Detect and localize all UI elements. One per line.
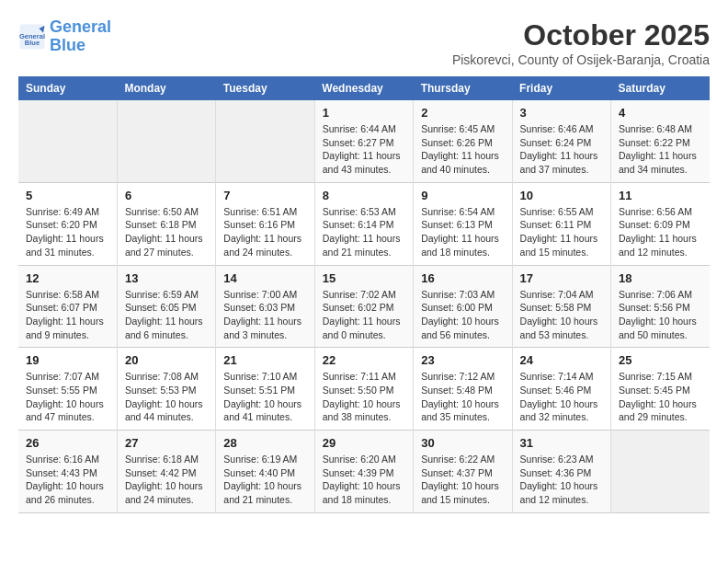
day-number: 10 bbox=[520, 189, 603, 202]
day-info: Sunrise: 6:53 AM Sunset: 6:14 PM Dayligh… bbox=[323, 205, 405, 259]
calendar-cell: 19Sunrise: 7:07 AM Sunset: 5:55 PM Dayli… bbox=[18, 348, 117, 431]
day-number: 31 bbox=[520, 436, 603, 450]
day-number: 3 bbox=[520, 106, 603, 120]
page-header: General Blue GeneralBlue October 2025 Pi… bbox=[18, 18, 710, 67]
day-info: Sunrise: 6:58 AM Sunset: 6:07 PM Dayligh… bbox=[26, 288, 109, 342]
weekday-header-saturday: Saturday bbox=[611, 76, 710, 100]
day-number: 13 bbox=[125, 271, 208, 285]
calendar-cell: 2Sunrise: 6:45 AM Sunset: 6:26 PM Daylig… bbox=[414, 100, 512, 182]
day-info: Sunrise: 7:10 AM Sunset: 5:51 PM Dayligh… bbox=[223, 370, 306, 424]
day-info: Sunrise: 7:11 AM Sunset: 5:50 PM Dayligh… bbox=[323, 370, 405, 424]
calendar-cell bbox=[611, 431, 710, 513]
day-number: 19 bbox=[26, 353, 109, 367]
weekday-header-row: SundayMondayTuesdayWednesdayThursdayFrid… bbox=[18, 76, 710, 100]
day-info: Sunrise: 6:59 AM Sunset: 6:05 PM Dayligh… bbox=[125, 288, 208, 342]
weekday-header-friday: Friday bbox=[512, 76, 610, 100]
logo-icon: General Blue bbox=[18, 23, 46, 51]
svg-text:Blue: Blue bbox=[25, 39, 40, 47]
calendar-cell: 16Sunrise: 7:03 AM Sunset: 6:00 PM Dayli… bbox=[414, 265, 512, 348]
day-info: Sunrise: 6:16 AM Sunset: 4:43 PM Dayligh… bbox=[26, 453, 109, 507]
day-info: Sunrise: 6:23 AM Sunset: 4:36 PM Dayligh… bbox=[520, 453, 603, 507]
day-number: 7 bbox=[223, 189, 306, 202]
day-info: Sunrise: 6:49 AM Sunset: 6:20 PM Dayligh… bbox=[26, 205, 109, 259]
calendar-cell: 18Sunrise: 7:06 AM Sunset: 5:56 PM Dayli… bbox=[611, 265, 710, 348]
calendar-cell bbox=[117, 100, 215, 182]
day-info: Sunrise: 6:46 AM Sunset: 6:24 PM Dayligh… bbox=[520, 122, 603, 177]
day-number: 27 bbox=[125, 436, 208, 450]
calendar-cell: 15Sunrise: 7:02 AM Sunset: 6:02 PM Dayli… bbox=[314, 265, 413, 348]
day-info: Sunrise: 6:55 AM Sunset: 6:11 PM Dayligh… bbox=[520, 205, 603, 259]
calendar-cell: 29Sunrise: 6:20 AM Sunset: 4:39 PM Dayli… bbox=[314, 431, 413, 513]
day-number: 26 bbox=[26, 436, 109, 450]
day-number: 28 bbox=[223, 436, 306, 450]
calendar-cell: 28Sunrise: 6:19 AM Sunset: 4:40 PM Dayli… bbox=[216, 431, 314, 513]
day-info: Sunrise: 6:51 AM Sunset: 6:16 PM Dayligh… bbox=[223, 205, 306, 259]
day-number: 5 bbox=[26, 189, 109, 202]
day-number: 15 bbox=[323, 271, 405, 285]
calendar-week-4: 19Sunrise: 7:07 AM Sunset: 5:55 PM Dayli… bbox=[18, 348, 710, 431]
day-number: 9 bbox=[421, 189, 504, 202]
calendar-cell: 10Sunrise: 6:55 AM Sunset: 6:11 PM Dayli… bbox=[512, 182, 610, 265]
calendar-cell: 22Sunrise: 7:11 AM Sunset: 5:50 PM Dayli… bbox=[314, 348, 413, 431]
calendar-week-1: 1Sunrise: 6:44 AM Sunset: 6:27 PM Daylig… bbox=[18, 100, 710, 182]
calendar-table: SundayMondayTuesdayWednesdayThursdayFrid… bbox=[18, 76, 710, 513]
day-info: Sunrise: 7:00 AM Sunset: 6:03 PM Dayligh… bbox=[223, 288, 306, 342]
weekday-header-wednesday: Wednesday bbox=[314, 76, 413, 100]
day-number: 21 bbox=[223, 353, 306, 367]
weekday-header-sunday: Sunday bbox=[18, 76, 117, 100]
calendar-week-5: 26Sunrise: 6:16 AM Sunset: 4:43 PM Dayli… bbox=[18, 431, 710, 513]
day-info: Sunrise: 6:44 AM Sunset: 6:27 PM Dayligh… bbox=[323, 122, 405, 177]
day-number: 25 bbox=[619, 353, 702, 367]
calendar-cell: 24Sunrise: 7:14 AM Sunset: 5:46 PM Dayli… bbox=[512, 348, 610, 431]
day-info: Sunrise: 6:20 AM Sunset: 4:39 PM Dayligh… bbox=[323, 453, 405, 507]
day-info: Sunrise: 7:03 AM Sunset: 6:00 PM Dayligh… bbox=[421, 288, 504, 342]
day-info: Sunrise: 7:06 AM Sunset: 5:56 PM Dayligh… bbox=[619, 288, 702, 342]
day-info: Sunrise: 6:45 AM Sunset: 6:26 PM Dayligh… bbox=[421, 122, 504, 177]
calendar-cell: 23Sunrise: 7:12 AM Sunset: 5:48 PM Dayli… bbox=[414, 348, 512, 431]
day-info: Sunrise: 7:12 AM Sunset: 5:48 PM Dayligh… bbox=[421, 370, 504, 424]
day-info: Sunrise: 6:56 AM Sunset: 6:09 PM Dayligh… bbox=[619, 205, 702, 259]
day-info: Sunrise: 7:14 AM Sunset: 5:46 PM Dayligh… bbox=[520, 370, 603, 424]
weekday-header-thursday: Thursday bbox=[414, 76, 512, 100]
day-info: Sunrise: 7:08 AM Sunset: 5:53 PM Dayligh… bbox=[125, 370, 208, 424]
weekday-header-tuesday: Tuesday bbox=[216, 76, 314, 100]
day-info: Sunrise: 7:07 AM Sunset: 5:55 PM Dayligh… bbox=[26, 370, 109, 424]
day-number: 2 bbox=[421, 106, 504, 120]
calendar-week-3: 12Sunrise: 6:58 AM Sunset: 6:07 PM Dayli… bbox=[18, 265, 710, 348]
calendar-cell: 17Sunrise: 7:04 AM Sunset: 5:58 PM Dayli… bbox=[512, 265, 610, 348]
day-info: Sunrise: 6:18 AM Sunset: 4:42 PM Dayligh… bbox=[125, 453, 208, 507]
day-number: 8 bbox=[323, 189, 405, 202]
calendar-cell: 27Sunrise: 6:18 AM Sunset: 4:42 PM Dayli… bbox=[117, 431, 215, 513]
logo: General Blue GeneralBlue bbox=[18, 18, 111, 55]
day-number: 29 bbox=[323, 436, 405, 450]
day-number: 30 bbox=[421, 436, 504, 450]
day-number: 22 bbox=[323, 353, 405, 367]
day-number: 20 bbox=[125, 353, 208, 367]
day-info: Sunrise: 7:15 AM Sunset: 5:45 PM Dayligh… bbox=[619, 370, 702, 424]
calendar-cell: 4Sunrise: 6:48 AM Sunset: 6:22 PM Daylig… bbox=[611, 100, 710, 182]
day-number: 11 bbox=[619, 189, 702, 202]
day-number: 18 bbox=[619, 271, 702, 285]
weekday-header-monday: Monday bbox=[117, 76, 215, 100]
calendar-cell: 3Sunrise: 6:46 AM Sunset: 6:24 PM Daylig… bbox=[512, 100, 610, 182]
calendar-cell bbox=[216, 100, 314, 182]
calendar-cell: 9Sunrise: 6:54 AM Sunset: 6:13 PM Daylig… bbox=[414, 182, 512, 265]
day-number: 12 bbox=[26, 271, 109, 285]
calendar-cell: 12Sunrise: 6:58 AM Sunset: 6:07 PM Dayli… bbox=[18, 265, 117, 348]
day-info: Sunrise: 6:48 AM Sunset: 6:22 PM Dayligh… bbox=[619, 122, 702, 177]
calendar-cell: 7Sunrise: 6:51 AM Sunset: 6:16 PM Daylig… bbox=[216, 182, 314, 265]
calendar-cell: 8Sunrise: 6:53 AM Sunset: 6:14 PM Daylig… bbox=[314, 182, 413, 265]
title-section: October 2025 Piskorevci, County of Osije… bbox=[452, 18, 710, 67]
calendar-week-2: 5Sunrise: 6:49 AM Sunset: 6:20 PM Daylig… bbox=[18, 182, 710, 265]
calendar-cell: 11Sunrise: 6:56 AM Sunset: 6:09 PM Dayli… bbox=[611, 182, 710, 265]
day-info: Sunrise: 7:02 AM Sunset: 6:02 PM Dayligh… bbox=[323, 288, 405, 342]
day-number: 6 bbox=[125, 189, 208, 202]
location: Piskorevci, County of Osijek-Baranja, Cr… bbox=[452, 52, 710, 67]
day-number: 23 bbox=[421, 353, 504, 367]
month-title: October 2025 bbox=[452, 18, 710, 52]
day-info: Sunrise: 7:04 AM Sunset: 5:58 PM Dayligh… bbox=[520, 288, 603, 342]
day-number: 4 bbox=[619, 106, 702, 120]
day-info: Sunrise: 6:19 AM Sunset: 4:40 PM Dayligh… bbox=[223, 453, 306, 507]
day-info: Sunrise: 6:22 AM Sunset: 4:37 PM Dayligh… bbox=[421, 453, 504, 507]
logo-text: GeneralBlue bbox=[50, 18, 111, 55]
